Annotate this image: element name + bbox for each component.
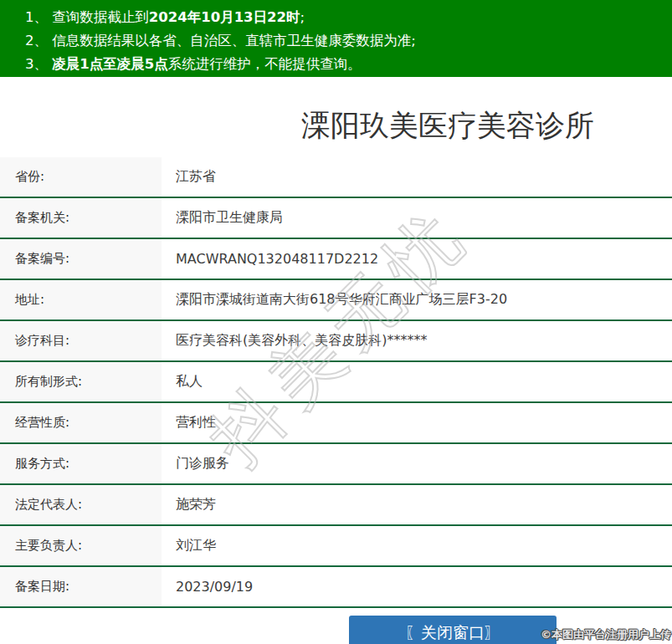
field-value: 营利性 xyxy=(162,403,672,442)
notice-line-3: 3、 凌晨1点至凌晨5点系统进行维护，不能提供查询。 xyxy=(25,53,664,76)
table-row: 服务方式: 门诊服务 xyxy=(0,444,672,485)
notice-banner: 1、 查询数据截止到2024年10月13日22时; 2、 信息数据结果以各省、自… xyxy=(0,0,672,77)
field-label: 地址: xyxy=(0,280,162,319)
table-row: 所有制形式: 私人 xyxy=(0,362,672,403)
table-row: 地址: 溧阳市溧城街道南大街618号华府汇商业广场三层F3-20 xyxy=(0,280,672,321)
field-value: 2023/09/19 xyxy=(162,567,672,606)
page-title: 溧阳玖美医疗美容诊所 xyxy=(0,105,672,146)
field-label: 省份: xyxy=(0,157,162,197)
field-label: 备案日期: xyxy=(0,567,162,606)
notice-line-3-text: 3、 xyxy=(25,56,52,72)
table-row: 经营性质: 营利性 xyxy=(0,403,672,444)
field-label: 所有制形式: xyxy=(0,362,162,401)
field-value: 私人 xyxy=(162,362,672,401)
field-value: 溧阳市卫生健康局 xyxy=(162,198,672,238)
notice-line-1-bold: 2024年10月13日22时 xyxy=(149,9,300,25)
field-label: 主要负责人: xyxy=(0,526,162,565)
table-row: 法定代表人: 施荣芳 xyxy=(0,485,672,526)
field-label: 法定代表人: xyxy=(0,485,162,524)
field-value: 施荣芳 xyxy=(162,485,672,524)
field-label: 备案机关: xyxy=(0,198,162,238)
notice-line-2: 2、 信息数据结果以各省、自治区、直辖市卫生健康委数据为准; xyxy=(25,29,664,53)
field-value: 江苏省 xyxy=(162,157,672,197)
field-label: 诊疗科目: xyxy=(0,321,162,360)
table-row: 省份: 江苏省 xyxy=(0,157,672,198)
table-row: 诊疗科目: 医疗美容科(美容外科、美容皮肤科)****** xyxy=(0,321,672,362)
notice-line-3-suffix: 系统进行维护，不能提供查询。 xyxy=(168,56,362,72)
corner-watermark: ©本图由平台注册用户上传 xyxy=(541,627,671,642)
field-value: 医疗美容科(美容外科、美容皮肤科)****** xyxy=(162,321,672,360)
field-value: 刘江华 xyxy=(162,526,672,565)
field-label: 备案编号: xyxy=(0,239,162,279)
record-table: 省份: 江苏省 备案机关: 溧阳市卫生健康局 备案编号: MACWRANQ132… xyxy=(0,157,672,608)
notice-line-1-suffix: ; xyxy=(300,9,305,25)
table-row: 备案机关: 溧阳市卫生健康局 xyxy=(0,198,672,239)
notice-line-2-text: 2、 信息数据结果以各省、自治区、直辖市卫生健康委数据为准; xyxy=(25,33,416,49)
field-value: MACWRANQ132048117D2212 xyxy=(162,239,672,279)
field-value: 溧阳市溧城街道南大街618号华府汇商业广场三层F3-20 xyxy=(162,280,672,319)
field-value: 门诊服务 xyxy=(162,444,672,483)
close-window-button[interactable]: 〖关闭窗口〗 xyxy=(349,616,557,644)
table-row: 主要负责人: 刘江华 xyxy=(0,526,672,567)
field-label: 服务方式: xyxy=(0,444,162,483)
field-label: 经营性质: xyxy=(0,403,162,442)
table-row: 备案日期: 2023/09/19 xyxy=(0,567,672,608)
table-row: 备案编号: MACWRANQ132048117D2212 xyxy=(0,239,672,280)
notice-line-1: 1、 查询数据截止到2024年10月13日22时; xyxy=(25,6,664,29)
notice-line-3-bold: 凌晨1点至凌晨5点 xyxy=(52,56,167,72)
notice-line-1-text: 1、 查询数据截止到 xyxy=(25,9,149,25)
